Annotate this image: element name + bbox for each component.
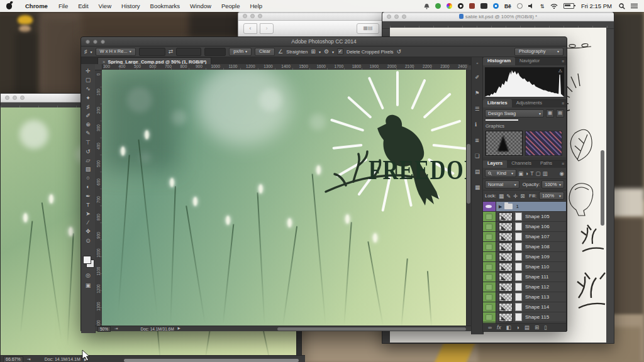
view-segmented-control[interactable]: ▦▤	[357, 23, 379, 34]
panel-menu-icon[interactable]: ≡	[562, 101, 564, 106]
library-select-dropdown[interactable]: Design Swag▾	[485, 109, 544, 118]
new-adjustment-layer-icon[interactable]: ◑	[516, 324, 519, 331]
crop-overlay-grid-icon[interactable]: ⊞	[311, 49, 316, 55]
export-icon[interactable]: ⇥	[27, 357, 31, 361]
tool-button[interactable]: ➤	[83, 209, 93, 218]
crop-ratio-preset-dropdown[interactable]: W x H x Re...▾	[96, 48, 136, 56]
layer-visibility-well[interactable]	[483, 232, 496, 241]
layer-vector-mask-thumbnail[interactable]	[515, 222, 522, 231]
collapsed-panel-button[interactable]: ℹ	[475, 121, 480, 128]
photoshop-title-bar[interactable]: Adobe Photoshop CC 2014	[81, 37, 567, 47]
crop-tool-preset-icon[interactable]: ♯	[84, 49, 87, 55]
wifi-icon[interactable]	[550, 3, 558, 9]
grid-view-button[interactable]: ▦	[546, 109, 554, 118]
tool-button[interactable]: ▢	[83, 75, 93, 84]
menu-item[interactable]: History	[116, 3, 145, 9]
apple-menu-icon[interactable]	[6, 3, 12, 9]
layer-row[interactable]: Shape 114	[483, 302, 566, 312]
collapsed-panel-button[interactable]: ▦	[475, 184, 480, 190]
app-status-icon-blue[interactable]	[493, 3, 499, 9]
updown-arrows-icon[interactable]: ⇅	[540, 3, 545, 9]
group-disclosure-arrow[interactable]: ▶	[499, 204, 502, 209]
filter-shape-layers-icon[interactable]: ▢	[535, 170, 540, 177]
layer-vector-mask-thumbnail[interactable]	[515, 313, 522, 321]
uncached-refresh-warning-icon[interactable]: ⚠	[558, 69, 562, 74]
collapsed-panel-button[interactable]: ✐	[475, 74, 480, 80]
status-arrow-icon[interactable]: ▶	[178, 327, 180, 331]
export-icon[interactable]: ⇥	[114, 327, 118, 331]
layer-style-fx-icon[interactable]: fx	[497, 324, 501, 331]
crop-resolution-input[interactable]	[204, 48, 226, 56]
delete-cropped-pixels-checkbox[interactable]: ✓	[337, 48, 343, 55]
tool-button[interactable]: ✛	[83, 67, 93, 75]
layer-row[interactable]: Shape 108	[483, 242, 566, 252]
filter-type-layers-icon[interactable]: T	[530, 170, 533, 177]
straighten-button[interactable]: Straighten	[286, 49, 308, 55]
battery-icon[interactable]	[564, 3, 574, 9]
layer-row[interactable]: Shape 105	[483, 212, 566, 222]
tool-button[interactable]: ▨	[83, 165, 93, 173]
menu-item[interactable]: File	[53, 3, 73, 9]
tool-preset-caret-icon[interactable]: ▾	[91, 50, 92, 54]
layer-visibility-well[interactable]	[483, 312, 496, 322]
tool-button[interactable]: ⊙	[83, 236, 93, 245]
document-canvas[interactable]: FREEDOM	[102, 70, 466, 326]
layer-thumbnail[interactable]	[499, 303, 513, 312]
layer-row[interactable]: Shape 113	[483, 292, 566, 302]
photoshop-window[interactable]: Adobe Photoshop CC 2014 ♯ ▾ W x H x Re..…	[80, 36, 567, 331]
tab-paths[interactable]: Paths	[536, 160, 557, 168]
menu-clock[interactable]: Fri 2:15 PM	[580, 3, 613, 9]
tool-button[interactable]: ✐	[83, 111, 93, 120]
layer-row[interactable]: Shape 110	[483, 262, 566, 272]
layer-thumbnail[interactable]	[499, 313, 513, 322]
tool-button[interactable]: ∿	[83, 84, 93, 93]
notification-center-icon[interactable]	[631, 3, 638, 9]
window-traffic-lights[interactable]	[1, 96, 25, 100]
tool-button[interactable]: ✥	[83, 227, 93, 236]
layer-visibility-well[interactable]	[483, 262, 496, 272]
tab-libraries[interactable]: Libraries	[483, 99, 512, 107]
lock-all-icon[interactable]: ⊠	[520, 193, 525, 199]
app-status-icon-color-wheel[interactable]	[447, 3, 452, 9]
layer-visibility-eye[interactable]	[483, 202, 496, 211]
layer-thumbnail[interactable]	[499, 263, 513, 272]
layer-visibility-well[interactable]	[483, 222, 496, 231]
layer-vector-mask-thumbnail[interactable]	[515, 283, 522, 291]
time-machine-icon[interactable]	[517, 3, 523, 9]
list-view-button[interactable]: ▤	[556, 109, 564, 118]
layer-vector-mask-thumbnail[interactable]	[515, 233, 522, 241]
layer-row[interactable]: Shape 112	[483, 282, 566, 292]
tool-button[interactable]: T	[83, 200, 93, 209]
layer-row[interactable]: Shape 115	[483, 312, 566, 322]
panel-menu-icon[interactable]: ≡	[562, 162, 564, 166]
lock-transparency-icon[interactable]: ▦	[499, 193, 504, 199]
grass-hscroll-thumb[interactable]	[124, 359, 299, 362]
new-layer-icon[interactable]: ⊞	[535, 324, 539, 331]
library-asset-thumbnail[interactable]	[486, 131, 523, 156]
layer-vector-mask-thumbnail[interactable]	[515, 212, 522, 221]
reset-crop-icon[interactable]: ↺	[397, 49, 402, 55]
app-status-icon-green[interactable]	[435, 3, 441, 9]
new-group-icon[interactable]: ▤	[525, 324, 530, 331]
layer-thumbnail[interactable]	[499, 273, 513, 282]
back-button[interactable]: ‹	[243, 23, 257, 34]
library-asset-thumbnail[interactable]	[525, 131, 562, 156]
window-traffic-lights[interactable]	[238, 14, 262, 18]
zoom-level-field[interactable]: 50%	[97, 326, 111, 332]
tab-navigator[interactable]: Navigator	[515, 57, 544, 65]
delete-layer-icon[interactable]: ▯	[544, 324, 547, 331]
finder-title-bar[interactable]	[238, 12, 384, 21]
menu-item[interactable]: View	[94, 3, 116, 9]
layer-group-row-selected[interactable]: ▶ 1	[483, 202, 566, 212]
screen-mode-button[interactable]: ▣	[83, 281, 93, 290]
menu-item[interactable]: Edit	[73, 3, 93, 9]
layer-thumbnail[interactable]	[499, 293, 513, 302]
layer-row[interactable]: Shape 107	[483, 232, 566, 242]
sable-scrollbar-thumb[interactable]	[601, 150, 604, 226]
quick-mask-button[interactable]: ◎	[83, 271, 93, 280]
tab-channels[interactable]: Channels	[507, 160, 536, 168]
tool-button[interactable]: ✒	[83, 192, 93, 200]
tab-adjustments[interactable]: Adjustments	[512, 99, 547, 107]
notifications-bell-icon[interactable]	[424, 3, 430, 9]
crop-settings-gear-icon[interactable]: ⚙	[324, 49, 329, 55]
